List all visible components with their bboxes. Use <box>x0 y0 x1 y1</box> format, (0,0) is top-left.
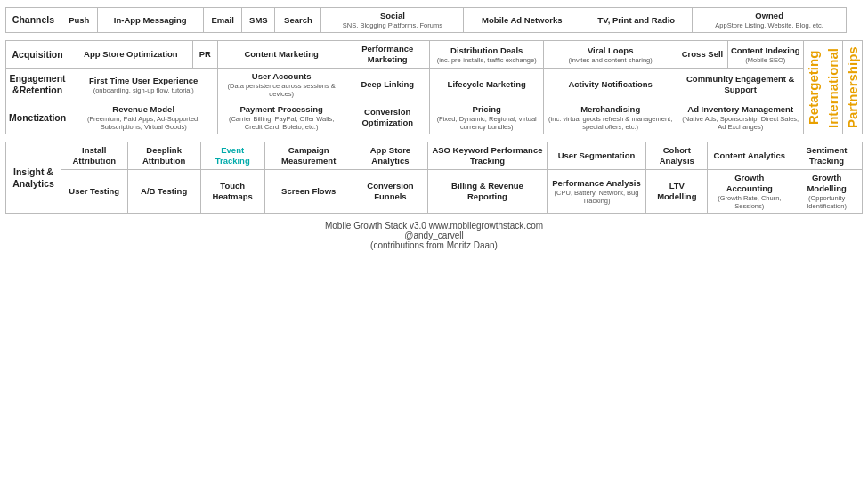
acquisition-label: Acquisition <box>6 41 69 69</box>
ins-ab-test: A/B Testing <box>127 170 200 214</box>
acq-pr: PR <box>192 41 218 69</box>
ins-heatmaps: Touch Heatmaps <box>200 170 264 214</box>
spacer1 <box>5 33 863 40</box>
acq-perf: Performance Marketing <box>345 41 430 69</box>
ins-aso-kw: ASO Keyword Performance Tracking <box>428 142 548 170</box>
acq-content-idx: Content Indexing(Mobile SEO) <box>727 41 803 69</box>
international-label: International <box>823 41 843 134</box>
eng-deeplinking: Deep Linking <box>345 69 430 101</box>
channel-tv: TV, Print and Radio <box>580 8 693 33</box>
retargeting-label: Retargeting <box>804 41 823 134</box>
monetization-label: Monetization <box>6 101 69 134</box>
channels-table: Channels Push In-App Messaging Email SMS… <box>5 7 863 33</box>
ins-campaign: Campaign Measurement <box>264 142 353 170</box>
acq-dist: Distribution Deals(inc. pre-installs, tr… <box>430 41 544 69</box>
acq-content: Content Marketing <box>218 41 345 69</box>
mon-pricing: Pricing(Fixed, Dynamic, Regional, virtua… <box>430 101 544 134</box>
channel-sms: SMS <box>242 8 275 33</box>
channel-owned: OwnedAppStore Listing, Website, Blog, et… <box>693 8 847 33</box>
ins-billing: Billing & Revenue Reporting <box>428 170 548 214</box>
eng-community: Community Engagement & Support <box>677 69 804 101</box>
main-grid-table: Acquisition App Store Optimization PR Co… <box>5 40 863 134</box>
ins-perf-an: Performance Analysis(CPU, Battery, Netwo… <box>547 170 645 214</box>
eng-activity: Activity Notifications <box>543 69 677 101</box>
footer-line3: (contributions from Moritz Daan) <box>7 240 861 250</box>
channels-label: Channels <box>6 8 61 33</box>
channel-mobile-ad: Mobile Ad Networks <box>464 8 580 33</box>
mon-conversion: Conversion Optimization <box>345 101 430 134</box>
mon-revenue: Revenue Model(Freemium, Paid Apps, Ad-Su… <box>69 101 218 134</box>
eng-lifecycle: Lifecycle Marketing <box>430 69 544 101</box>
ins-appstore-an: App Store Analytics <box>353 142 427 170</box>
engagement-label: Engagement &Retention <box>6 69 69 101</box>
eng-ftue: First Time User Experience(onboarding, s… <box>69 69 218 101</box>
insight-label: Insight & Analytics <box>6 142 61 214</box>
ins-cohort: Cohort Analysis <box>646 142 708 170</box>
footer-line2: @andy_carvell <box>7 231 861 240</box>
ins-event-track: Event Tracking <box>200 142 264 170</box>
footer-line1: Mobile Growth Stack v3.0 www.mobilegrowt… <box>7 221 861 231</box>
insight-table: Insight & Analytics Install Attribution … <box>5 142 863 214</box>
channel-push: Push <box>61 8 98 33</box>
ins-screen-flows: Screen Flows <box>264 170 353 214</box>
mon-merch: Merchandising(inc. virtual goods refresh… <box>543 101 677 134</box>
footer: Mobile Growth Stack v3.0 www.mobilegrowt… <box>5 219 863 252</box>
channel-inapp: In-App Messaging <box>97 8 203 33</box>
ins-content-an: Content Analytics <box>708 142 791 170</box>
ins-growth-acc: Growth Accounting(Growth Rate, Churn, Se… <box>708 170 791 214</box>
acq-crosssell: Cross Sell <box>677 41 727 69</box>
channel-social: SocialSNS, Blogging Platforms, Forums <box>321 8 464 33</box>
ins-conv-funnels: Conversion Funnels <box>353 170 427 214</box>
ins-growth-mod: Growth Modelling(Opportunity Identificat… <box>791 170 863 214</box>
ins-deeplink-attr: Deeplink Attribution <box>127 142 200 170</box>
mon-payment: Payment Processing(Carrier Billing, PayP… <box>218 101 345 134</box>
spacer2 <box>5 134 863 142</box>
ins-user-test: User Testing <box>61 170 128 214</box>
ins-user-seg: User Segmentation <box>547 142 645 170</box>
ins-sentiment: Sentiment Tracking <box>791 142 863 170</box>
acq-viral: Viral Loops(invites and content sharing) <box>543 41 677 69</box>
acq-aso: App Store Optimization <box>69 41 192 69</box>
ins-install-attr: Install Attribution <box>61 142 128 170</box>
mon-ad-inv: Ad Inventory Management(Native Ads, Spon… <box>677 101 804 134</box>
channel-search: Search <box>275 8 321 33</box>
eng-accounts: User Accounts(Data persistence across se… <box>218 69 345 101</box>
channel-email: Email <box>203 8 241 33</box>
partnerships-label: Partnerships <box>843 41 863 134</box>
ins-ltv: LTV Modelling <box>646 170 708 214</box>
